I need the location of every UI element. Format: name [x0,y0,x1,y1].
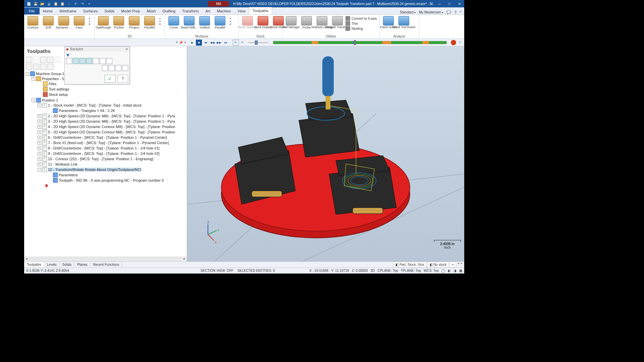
pocket-button[interactable]: Pocket [111,15,126,29]
expand-icon[interactable]: + [38,157,41,161]
viewport[interactable]: Z Y X 2.4336 in Inch [187,46,464,261]
sheet-scroll-right-icon[interactable]: ► [460,262,463,267]
backplot-close-icon[interactable]: ✕ [125,47,128,51]
timeline[interactable] [273,41,447,44]
step-fwd-button[interactable]: ▶▶ [216,40,222,46]
backplot-collapse-icon[interactable]: ⮟ [66,53,128,57]
backplot-help-button[interactable]: ? [117,75,128,83]
op-check-icon[interactable] [42,162,47,167]
tree-op-label[interactable]: 5 - 2D High Speed (2D Dynamic Contour Mi… [48,130,175,134]
status-z[interactable]: Z: 0.00000 [352,269,368,273]
tool-wave-icon[interactable] [33,64,39,70]
tab-toolpaths[interactable]: Toolpaths [249,7,272,14]
skip-start-button[interactable]: ⏮ [203,40,209,46]
status-tplane[interactable]: TPLANE: Top [401,269,421,273]
bp-btn5[interactable] [93,58,99,64]
bp-btn4[interactable] [86,58,92,64]
unified-button[interactable]: Unified [197,15,212,29]
panel-pin-icon[interactable]: 📌 [179,41,183,44]
record-icon[interactable] [451,40,456,45]
tree-op-label[interactable]: Parameters - Triangles = 84 - 2.2K [59,109,115,113]
expand-icon[interactable]: − [38,168,41,172]
face-button[interactable]: Face [72,15,87,29]
paste-icon[interactable]: 📋 [60,1,65,6]
tree-op-label[interactable]: 1 - Stock model - [WCS: Top] - [Tplane: … [48,103,142,107]
tree-op-label[interactable]: 7 - Bore #1 (feed-out) - [WCS: Top] - [T… [48,141,169,145]
dynamic-button[interactable]: Dynamic ... [56,15,71,29]
check-tool-reach-button[interactable]: Check Tool Reach [396,15,411,29]
tree-op-label[interactable]: 11 - Multiaxis Link [48,162,77,166]
tab-transform[interactable]: Transform [179,8,202,14]
open-icon[interactable]: 📂 [40,1,45,6]
op-check-icon[interactable] [42,140,47,145]
print-icon[interactable]: 🖨 [46,1,52,6]
copy-icon[interactable]: 📋 [53,1,58,6]
status-icon4[interactable]: ▦ [459,269,462,273]
status-mode[interactable]: 3D [370,269,375,273]
my-mastercam-dropdown[interactable]: My Mastercam [419,10,443,14]
expand-icon[interactable]: + [38,152,41,156]
tab-wireframe[interactable]: Wireframe [56,8,80,14]
stop-button[interactable]: ■ [196,40,202,46]
op-check-icon[interactable] [42,124,47,129]
status-cplane[interactable]: CPLANE: Top [377,269,398,273]
optirough-button[interactable]: OptiRough [96,15,111,29]
bottom-tab-planes[interactable]: Planes [74,262,91,267]
workspace-dropdown[interactable]: Standard [400,10,416,14]
expand-icon[interactable]: + [38,120,41,123]
skip-end-button[interactable]: ⏭ [223,40,229,46]
playback-help-icon[interactable]: ? [457,40,463,46]
expand-icon[interactable]: + [38,125,41,129]
undo-icon[interactable]: ↶ [73,1,78,6]
convert-5axis-button[interactable]: Convert to 5-axis [345,16,377,21]
view-sheet-add[interactable]: + [449,262,456,267]
bp-btn3[interactable] [79,58,86,64]
expand-icon[interactable]: + [38,141,41,145]
status-icon1[interactable]: ◯ [441,269,445,273]
tree-files[interactable]: Files [49,82,56,86]
tool-insert-icon[interactable] [47,57,53,63]
contour-button[interactable]: Contour [25,15,40,29]
expand-icon[interactable]: + [38,136,41,139]
op-check-icon[interactable] [42,135,47,140]
tool-manager-button[interactable]: Tool Manager [284,15,299,29]
op-check-icon[interactable] [42,114,47,118]
status-y[interactable]: Y: 11.10718 [331,269,349,273]
maximize-button[interactable]: □ [445,0,454,7]
op-check-icon[interactable] [42,130,47,134]
tab-machine[interactable]: Machine [214,8,234,14]
tool-cursor-icon[interactable] [26,57,32,63]
bp-btn11[interactable] [122,65,128,71]
nesting-button[interactable]: Nesting [345,26,377,31]
bp-btn9[interactable] [109,65,115,71]
tree-op-label[interactable]: 12 - Transform/Rotate Rotate About Origi… [48,168,141,172]
expand-icon[interactable]: + [38,146,41,150]
tab-drafting[interactable]: Drafting [159,8,179,14]
timeline-handle[interactable] [354,40,356,45]
bottom-tab-solids[interactable]: Solids [60,262,74,267]
status-icon3[interactable]: ◑ [453,269,457,273]
speed-slider[interactable] [248,42,268,43]
toolpath-transform-button[interactable]: Toolpath Transform [330,15,345,29]
tree-op-label[interactable]: Parameters [59,173,78,177]
tab-modelprep[interactable]: Model Prep [118,8,143,14]
bp-btn8[interactable] [102,65,108,71]
file-tab[interactable]: File [24,8,40,14]
drill-button[interactable]: Drill [41,15,56,29]
new-icon[interactable]: 📄 [26,1,32,6]
tree-root[interactable]: Machine Group-1 [36,72,64,76]
sheet-scroll-left-icon[interactable]: ◄ [457,262,460,267]
bp-btn6[interactable] [100,58,106,64]
status-wcs[interactable]: WCS: Top [424,269,439,273]
tab-art[interactable]: Art [202,8,214,14]
panel-close-icon[interactable]: ✕ [184,41,186,44]
expand-icon[interactable]: + [38,114,41,118]
panel-dropdown-icon[interactable]: ▼ [175,41,178,44]
bp-btn7[interactable] [106,58,112,64]
bottom-tab-toolpaths[interactable]: Toolpaths [24,262,44,267]
bottom-tab-recent[interactable]: Recent Functions [91,262,122,267]
step-back-button[interactable]: ◀◀ [209,40,215,46]
tree-position[interactable]: Position 1 [42,98,58,102]
view-sheet-part[interactable]: ◧ Part, Stock, Vice [393,262,427,267]
tab-home[interactable]: Home [40,8,56,14]
